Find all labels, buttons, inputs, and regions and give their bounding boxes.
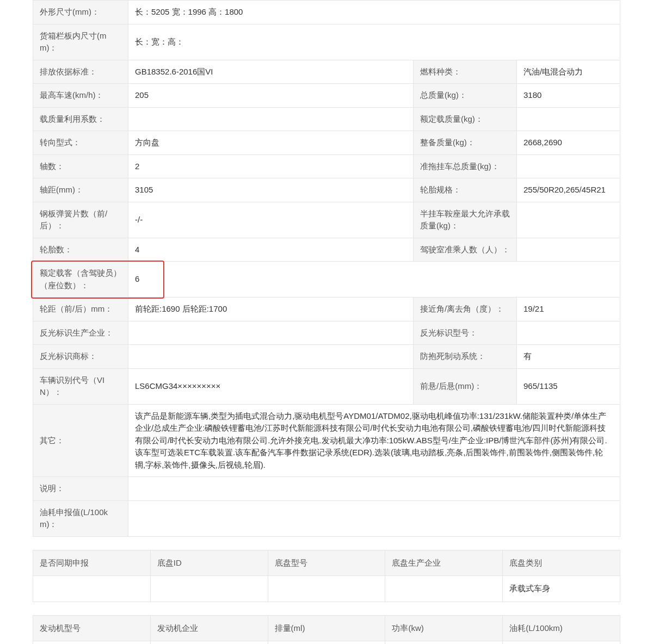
- engine-cell: JL469ZQ1: [33, 641, 151, 645]
- spec-label: 额定载质量(kg)：: [414, 107, 517, 131]
- spec-value: [128, 107, 414, 131]
- chassis-table: 是否同期申报底盘ID底盘型号底盘生产企业底盘类别 承载式车身: [33, 550, 620, 602]
- spec-label: 整备质量(kg)：: [414, 131, 517, 155]
- spec-value: [517, 321, 620, 345]
- spec-value: 255/50R20,265/45R21: [517, 178, 620, 202]
- spec-label: 防抱死制动系统：: [414, 345, 517, 369]
- spec-row: 轴距(mm)：3105轮胎规格：255/50R20,265/45R21: [33, 178, 620, 202]
- spec-value: LS6CMG34×××××××××: [128, 368, 414, 404]
- spec-row: 最高车速(km/h)：205总质量(kg)：3180: [33, 84, 620, 108]
- spec-value: [128, 321, 414, 345]
- spec-value: 205: [128, 84, 414, 108]
- spec-label: 轮距（前/后）mm：: [33, 298, 128, 321]
- spec-row: 其它：该产品是新能源车辆,类型为插电式混合动力,驱动电机型号AYDM01/ATD…: [33, 404, 620, 477]
- spec-row: 轮距（前/后）mm：前轮距:1690 后轮距:1700接近角/离去角（度）：19…: [33, 298, 620, 321]
- spec-value: 19/21: [517, 298, 620, 321]
- engine-cell: 110: [385, 641, 503, 645]
- chassis-header: 底盘型号: [268, 550, 385, 576]
- engine-header: 发动机企业: [150, 615, 268, 641]
- spec-value: 长：5205 宽：1996 高：1800: [128, 1, 620, 24]
- spec-row: 货箱栏板内尺寸(mm)：长：宽：高：: [33, 24, 620, 60]
- spec-label: 接近角/离去角（度）：: [414, 298, 517, 321]
- spec-value: 长：宽：高：: [128, 24, 620, 60]
- spec-value: [517, 202, 620, 238]
- spec-row: 轮胎数：4驾驶室准乘人数（人）：: [33, 238, 620, 262]
- spec-label: 驾驶室准乘人数（人）：: [414, 238, 517, 262]
- spec-label: 准拖挂车总质量(kg)：: [414, 154, 517, 178]
- spec-row: 外形尺寸(mm)：长：5205 宽：1996 高：1800: [33, 1, 620, 24]
- spec-value: [128, 477, 620, 501]
- spec-value: [128, 345, 414, 369]
- engine-cell: [503, 641, 620, 645]
- engine-cell: 重庆长安汽车股份有限公司: [150, 641, 268, 645]
- spec-value: [517, 154, 620, 178]
- chassis-header: 底盘ID: [150, 550, 268, 576]
- chassis-cell: [150, 576, 268, 602]
- spec-label: 轮胎规格：: [414, 178, 517, 202]
- spec-row: 车辆识别代号（VIN）：LS6CMG34×××××××××前悬/后悬(mm)：9…: [33, 368, 620, 404]
- spec-value: 前轮距:1690 后轮距:1700: [128, 298, 414, 321]
- spec-label: 货箱栏板内尺寸(mm)：: [33, 24, 128, 60]
- engine-cell: 1497: [268, 641, 385, 645]
- chassis-cell: [385, 576, 503, 602]
- spec-value: -/-: [128, 202, 414, 238]
- spec-row: 说明：: [33, 477, 620, 501]
- spec-value: 方向盘: [128, 131, 414, 155]
- chassis-cell: [268, 576, 385, 602]
- spec-row: 反光标识商标：防抱死制动系统：有: [33, 345, 620, 369]
- spec-value: [517, 107, 620, 131]
- spec-label: 轴数：: [33, 154, 128, 178]
- spec-label: 车辆识别代号（VIN）：: [33, 368, 128, 404]
- engine-header: 功率(kw): [385, 615, 503, 641]
- spec-value: 有: [517, 345, 620, 369]
- spec-value: 2: [128, 154, 414, 178]
- spec-label: 燃料种类：: [414, 60, 517, 84]
- spec-value: 4: [128, 238, 414, 262]
- spec-label: 轮胎数：: [33, 238, 128, 262]
- spec-label: 钢板弹簧片数（前/后）：: [33, 202, 128, 238]
- spec-label: 载质量利用系数：: [33, 107, 128, 131]
- spec-label: 反光标识生产企业：: [33, 321, 128, 345]
- spec-row: 排放依据标准：GB18352.6-2016国VI燃料种类：汽油/电混合动力: [33, 60, 620, 84]
- spec-value: [517, 238, 620, 262]
- spec-value: GB18352.6-2016国VI: [128, 60, 414, 84]
- spec-label: 前悬/后悬(mm)：: [414, 368, 517, 404]
- engine-header: 油耗(L/100km): [503, 615, 620, 641]
- spec-label: 转向型式：: [33, 131, 128, 155]
- spec-row: 油耗申报值(L/100km)：: [33, 500, 620, 536]
- engine-header: 发动机型号: [33, 615, 151, 641]
- spec-label: 最高车速(km/h)：: [33, 84, 128, 108]
- spec-value: 该产品是新能源车辆,类型为插电式混合动力,驱动电机型号AYDM01/ATDM02…: [128, 404, 620, 477]
- chassis-header: 底盘类别: [503, 550, 620, 576]
- spec-label: 反光标识商标：: [33, 345, 128, 369]
- spec-label: 外形尺寸(mm)：: [33, 1, 128, 24]
- spec-row: 转向型式：方向盘整备质量(kg)：2668,2690: [33, 131, 620, 155]
- spec-row: 反光标识生产企业：反光标识型号：: [33, 321, 620, 345]
- spec-label: 轴距(mm)：: [33, 178, 128, 202]
- spec-value: [128, 500, 620, 536]
- spec-value: 汽油/电混合动力: [517, 60, 620, 84]
- spec-label: 排放依据标准：: [33, 60, 128, 84]
- engine-header: 排量(ml): [268, 615, 385, 641]
- spec-value-highlight: 6: [128, 262, 620, 298]
- spec-label: 油耗申报值(L/100km)：: [33, 500, 128, 536]
- spec-value: 965/1135: [517, 368, 620, 404]
- chassis-cell: [33, 576, 151, 602]
- spec-row: 钢板弹簧片数（前/后）：-/-半挂车鞍座最大允许承载质量(kg)：: [33, 202, 620, 238]
- spec-label: 说明：: [33, 477, 128, 501]
- spec-row: 载质量利用系数：额定载质量(kg)：: [33, 107, 620, 131]
- spec-value: 2668,2690: [517, 131, 620, 155]
- spec-table: 外形尺寸(mm)：长：5205 宽：1996 高：1800货箱栏板内尺寸(mm)…: [33, 0, 620, 537]
- engine-table: 发动机型号发动机企业排量(ml)功率(kw)油耗(L/100km) JL469Z…: [33, 615, 620, 645]
- spec-value: 3105: [128, 178, 414, 202]
- spec-label-highlight: 额定载客（含驾驶员）（座位数）：: [33, 262, 128, 298]
- chassis-header: 底盘生产企业: [385, 550, 503, 576]
- spec-label: 总质量(kg)：: [414, 84, 517, 108]
- spec-row: 轴数：2准拖挂车总质量(kg)：: [33, 154, 620, 178]
- spec-row: 额定载客（含驾驶员）（座位数）：6: [33, 262, 620, 298]
- spec-label: 其它：: [33, 404, 128, 477]
- chassis-cell: 承载式车身: [503, 576, 620, 602]
- spec-value: 3180: [517, 84, 620, 108]
- chassis-header: 是否同期申报: [33, 550, 151, 576]
- spec-label: 半挂车鞍座最大允许承载质量(kg)：: [414, 202, 517, 238]
